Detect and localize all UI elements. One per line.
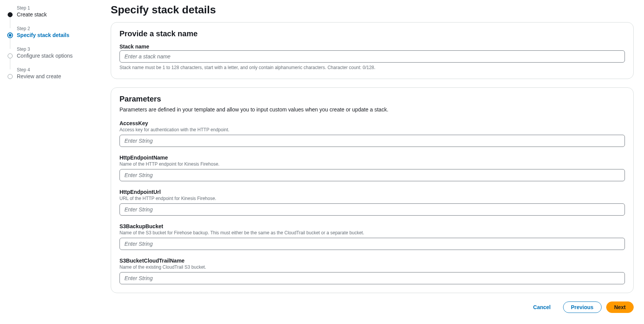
step-2-label: Step 2 <box>17 26 95 31</box>
parameter-label: AccessKey <box>119 120 625 126</box>
step-3-label: Step 3 <box>17 47 95 52</box>
main-content: Specify stack details Provide a stack na… <box>111 4 634 313</box>
stack-name-input[interactable] <box>119 50 625 63</box>
step-4-review-and-create[interactable]: Step 4 Review and create <box>8 67 95 88</box>
parameter-label: S3BackupBucket <box>119 223 625 229</box>
parameter-label: HttpEndpointName <box>119 155 625 161</box>
page-title: Specify stack details <box>111 4 634 16</box>
parameter-httpendpointname: HttpEndpointName Name of the HTTP endpoi… <box>119 155 625 181</box>
stack-name-hint: Stack name must be 1 to 128 characters, … <box>119 65 625 70</box>
parameter-desc: Name of the existing CloudTrail S3 bucke… <box>119 264 625 270</box>
parameter-s3backupbucket-input[interactable] <box>119 238 625 250</box>
parameter-httpendpointurl: HttpEndpointUrl URL of the HTTP endpoint… <box>119 189 625 216</box>
provide-stack-name-title: Provide a stack name <box>119 29 625 38</box>
step-2-specify-stack-details[interactable]: Step 2 Specify stack details <box>8 26 95 47</box>
step-1-label: Step 1 <box>17 5 95 11</box>
parameters-title: Parameters <box>119 95 625 103</box>
cancel-button[interactable]: Cancel <box>526 302 558 313</box>
stack-name-field: Stack name Stack name must be 1 to 128 c… <box>119 44 625 70</box>
parameters-panel: Parameters Parameters are defined in you… <box>111 87 634 293</box>
step-3-configure-stack-options[interactable]: Step 3 Configure stack options <box>8 47 95 67</box>
step-marker-active-icon <box>7 32 13 38</box>
footer-buttons: Cancel Previous Next <box>111 301 634 313</box>
parameter-s3backupbucket: S3BackupBucket Name of the S3 bucket for… <box>119 223 625 250</box>
parameter-s3bucketcloudtrailname-input[interactable] <box>119 272 625 284</box>
stack-name-label: Stack name <box>119 44 625 50</box>
parameter-desc: Access key for authentication with the H… <box>119 127 625 132</box>
step-marker-pending-icon <box>8 53 13 58</box>
step-1-create-stack[interactable]: Step 1 Create stack <box>8 5 95 26</box>
parameter-httpendpointname-input[interactable] <box>119 169 625 181</box>
parameter-desc: Name of the HTTP endpoint for Kinesis Fi… <box>119 161 625 167</box>
parameter-accesskey: AccessKey Access key for authentication … <box>119 120 625 147</box>
parameter-desc: URL of the HTTP endpoint for Kinesis Fir… <box>119 196 625 201</box>
next-button[interactable]: Next <box>606 301 634 313</box>
step-4-label: Step 4 <box>17 67 95 73</box>
previous-button[interactable]: Previous <box>563 301 602 313</box>
parameter-s3bucketcloudtrailname: S3BucketCloudTrailName Name of the exist… <box>119 258 625 284</box>
step-4-title: Review and create <box>17 73 95 79</box>
parameter-httpendpointurl-input[interactable] <box>119 203 625 216</box>
step-marker-pending-icon <box>8 74 13 79</box>
step-2-title: Specify stack details <box>17 32 95 38</box>
step-3-title: Configure stack options <box>17 53 95 59</box>
wizard-steps-nav: Step 1 Create stack Step 2 Specify stack… <box>8 4 95 313</box>
parameter-label: S3BucketCloudTrailName <box>119 258 625 264</box>
parameter-desc: Name of the S3 bucket for Firehose backu… <box>119 230 625 235</box>
parameter-accesskey-input[interactable] <box>119 135 625 147</box>
provide-stack-name-panel: Provide a stack name Stack name Stack na… <box>111 22 634 79</box>
parameter-label: HttpEndpointUrl <box>119 189 625 195</box>
parameters-description: Parameters are defined in your template … <box>119 106 625 113</box>
step-1-title: Create stack <box>17 11 95 18</box>
step-marker-completed-icon <box>8 12 13 17</box>
